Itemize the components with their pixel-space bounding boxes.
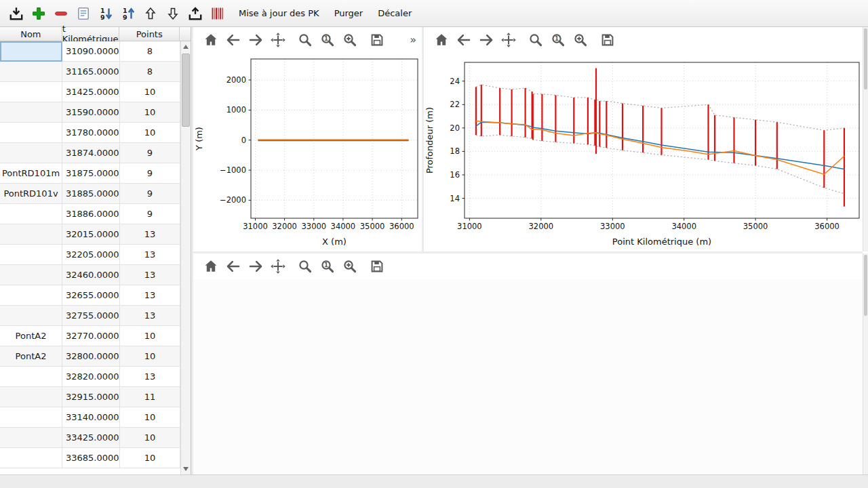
table-cell[interactable]: 33685.0000: [62, 448, 120, 468]
table-row[interactable]: PontA232770.000010: [0, 326, 180, 346]
sort-descending-button[interactable]: 19: [96, 3, 115, 24]
save-button[interactable]: [369, 258, 385, 274]
table-row[interactable]: 33685.000010: [0, 448, 180, 468]
pan-button[interactable]: [500, 32, 517, 48]
table-cell[interactable]: 31425.0000: [62, 82, 120, 102]
import-button[interactable]: [7, 3, 26, 24]
table-cell[interactable]: [0, 407, 62, 428]
table-cell[interactable]: 31874.0000: [62, 143, 120, 163]
table-cell[interactable]: 31590.0000: [62, 102, 120, 123]
table-cell[interactable]: 32915.0000: [62, 387, 120, 407]
update-pk-button[interactable]: Mise à jour des PK: [232, 4, 326, 23]
table-cell[interactable]: [0, 285, 62, 306]
table-cell[interactable]: 31875.0000: [62, 163, 120, 184]
table-row[interactable]: PontA232800.000010: [0, 346, 180, 367]
table-row[interactable]: 32015.000013: [0, 224, 180, 245]
table-cell[interactable]: 8: [120, 62, 180, 82]
table-cell[interactable]: 11: [120, 387, 180, 407]
back-button[interactable]: [456, 32, 472, 48]
table-cell[interactable]: 13: [120, 285, 180, 306]
table-cell[interactable]: [0, 448, 62, 468]
home-button[interactable]: [433, 32, 450, 48]
forward-button[interactable]: [248, 258, 264, 274]
table-cell[interactable]: 32655.0000: [62, 285, 120, 306]
table-cell[interactable]: [0, 428, 62, 448]
table-row[interactable]: 32460.000013: [0, 265, 180, 285]
forward-button[interactable]: [478, 32, 494, 48]
table-cell[interactable]: [0, 224, 62, 245]
table-cell[interactable]: [0, 123, 62, 143]
table-cell[interactable]: 10: [120, 428, 180, 448]
move-up-button[interactable]: [141, 3, 160, 24]
table-row[interactable]: 31165.00008: [0, 62, 180, 82]
table-cell[interactable]: [0, 245, 62, 265]
table-row[interactable]: 33425.000010: [0, 428, 180, 448]
forward-button[interactable]: [248, 32, 264, 48]
zoom-one-button[interactable]: 1: [319, 32, 336, 48]
table-cell[interactable]: PontA2: [0, 346, 62, 367]
table-cell[interactable]: 13: [120, 265, 180, 285]
table-cell[interactable]: 10: [120, 123, 180, 143]
table-cell[interactable]: 9: [120, 204, 180, 224]
zoom-button[interactable]: [297, 258, 313, 274]
table-cell[interactable]: 32015.0000: [62, 224, 120, 245]
zoom-one-button[interactable]: 1: [550, 32, 566, 48]
table-row[interactable]: 31886.00009: [0, 204, 180, 224]
table-cell[interactable]: [0, 62, 62, 82]
table-cell[interactable]: 8: [120, 41, 180, 62]
table-scrollbar-thumb[interactable]: [182, 54, 190, 127]
export-button[interactable]: [186, 3, 205, 24]
table-cell[interactable]: 13: [120, 306, 180, 326]
table-cell[interactable]: 10: [120, 326, 180, 346]
add-row-button[interactable]: [29, 3, 48, 24]
scrollbar-thumb[interactable]: [864, 255, 867, 316]
table-cell[interactable]: 13: [120, 367, 180, 387]
table-cell[interactable]: 13: [120, 224, 180, 245]
table-cell[interactable]: 32205.0000: [62, 245, 120, 265]
table-cell[interactable]: PontRD101m: [0, 163, 62, 184]
table-row[interactable]: 31090.00008: [0, 41, 180, 62]
profiles-button[interactable]: [208, 3, 227, 24]
sort-ascending-button[interactable]: 19: [119, 3, 138, 24]
table-cell[interactable]: 32755.0000: [62, 306, 120, 326]
column-header-point-kilometrique[interactable]: t Kilométrique: [62, 27, 120, 41]
table-cell[interactable]: 31165.0000: [62, 62, 120, 82]
table-cell[interactable]: [0, 367, 62, 387]
table-cell[interactable]: 31886.0000: [62, 204, 120, 224]
table-cell[interactable]: [0, 204, 62, 224]
delete-row-button[interactable]: [52, 3, 71, 24]
table-row[interactable]: 31780.000010: [0, 123, 180, 143]
table-cell[interactable]: 32770.0000: [62, 326, 120, 346]
table-cell[interactable]: 31885.0000: [62, 184, 120, 204]
table-row[interactable]: PontRD101m31875.00009: [0, 163, 180, 184]
table-cell[interactable]: 31090.0000: [62, 41, 120, 62]
home-button[interactable]: [203, 32, 219, 48]
save-button[interactable]: [599, 32, 616, 48]
table-cell[interactable]: 32820.0000: [62, 367, 120, 387]
scroll-down-icon[interactable]: [183, 467, 189, 471]
table-cell[interactable]: PontRD101v: [0, 184, 62, 204]
shift-button[interactable]: Décaler: [371, 4, 418, 23]
bottom-vertical-scrollbar[interactable]: [863, 253, 868, 474]
table-cell[interactable]: 10: [120, 346, 180, 367]
table-vertical-scrollbar[interactable]: [180, 41, 191, 474]
xy-plot-canvas[interactable]: 310003200033000340003500036000−2000−1000…: [193, 53, 422, 251]
table-cell[interactable]: PontA2: [0, 326, 62, 346]
table-cell[interactable]: 31780.0000: [62, 123, 120, 143]
table-cell[interactable]: 10: [120, 82, 180, 102]
zoom-plus-button[interactable]: [342, 32, 358, 48]
pan-button[interactable]: [270, 32, 286, 48]
table-cell[interactable]: 10: [120, 448, 180, 468]
column-header-points[interactable]: Points: [119, 27, 180, 41]
purge-button[interactable]: Purger: [328, 4, 370, 23]
zoom-plus-button[interactable]: [572, 32, 589, 48]
table-cell[interactable]: 13: [120, 245, 180, 265]
back-button[interactable]: [225, 258, 241, 274]
back-button[interactable]: [225, 32, 241, 48]
zoom-button[interactable]: [528, 32, 544, 48]
table-cell[interactable]: 10: [120, 407, 180, 428]
scroll-up-icon[interactable]: [183, 45, 189, 49]
table-cell[interactable]: 9: [120, 143, 180, 163]
toolbar-overflow-button[interactable]: »: [410, 35, 416, 45]
bottom-plot-canvas[interactable]: [193, 279, 863, 474]
